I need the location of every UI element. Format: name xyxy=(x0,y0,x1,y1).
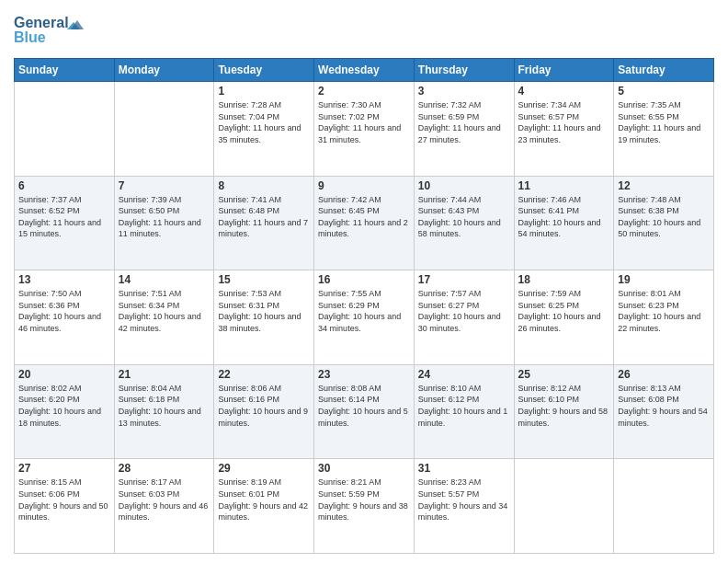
calendar-cell xyxy=(614,459,714,554)
calendar-cell: 3Sunrise: 7:32 AMSunset: 6:59 PMDaylight… xyxy=(414,82,514,177)
day-number: 20 xyxy=(18,368,110,381)
day-number: 26 xyxy=(618,368,710,381)
page: General Blue SundayMondayTuesdayWednesda… xyxy=(0,0,728,563)
svg-text:Blue: Blue xyxy=(14,29,46,45)
day-number: 11 xyxy=(518,179,610,192)
week-row-4: 27Sunrise: 8:15 AMSunset: 6:06 PMDayligh… xyxy=(15,459,714,554)
calendar-cell xyxy=(114,82,214,177)
calendar-cell: 1Sunrise: 7:28 AMSunset: 7:04 PMDaylight… xyxy=(214,82,314,177)
calendar-cell: 5Sunrise: 7:35 AMSunset: 6:55 PMDaylight… xyxy=(614,82,714,177)
calendar-cell: 27Sunrise: 8:15 AMSunset: 6:06 PMDayligh… xyxy=(15,459,115,554)
calendar-cell: 10Sunrise: 7:44 AMSunset: 6:43 PMDayligh… xyxy=(414,176,514,270)
day-number: 24 xyxy=(418,368,510,381)
cell-info: Sunrise: 7:51 AMSunset: 6:34 PMDaylight:… xyxy=(119,289,201,333)
day-number: 25 xyxy=(518,368,610,381)
day-number: 30 xyxy=(318,462,410,475)
day-number: 5 xyxy=(618,85,710,98)
day-number: 22 xyxy=(218,368,310,381)
cell-info: Sunrise: 7:37 AMSunset: 6:52 PMDaylight:… xyxy=(18,195,101,239)
cell-info: Sunrise: 7:28 AMSunset: 7:04 PMDaylight:… xyxy=(218,100,301,144)
calendar-cell: 23Sunrise: 8:08 AMSunset: 6:14 PMDayligh… xyxy=(314,364,415,459)
cell-info: Sunrise: 8:04 AMSunset: 6:18 PMDaylight:… xyxy=(119,384,201,428)
day-number: 12 xyxy=(618,179,710,192)
calendar-cell: 22Sunrise: 8:06 AMSunset: 6:16 PMDayligh… xyxy=(214,364,314,459)
logo: General Blue xyxy=(14,9,87,51)
cell-info: Sunrise: 7:35 AMSunset: 6:55 PMDaylight:… xyxy=(618,100,700,144)
cell-info: Sunrise: 8:19 AMSunset: 6:01 PMDaylight:… xyxy=(218,477,308,522)
calendar-cell: 7Sunrise: 7:39 AMSunset: 6:50 PMDaylight… xyxy=(114,176,214,270)
calendar-cell: 6Sunrise: 7:37 AMSunset: 6:52 PMDaylight… xyxy=(15,176,115,270)
cell-info: Sunrise: 7:46 AMSunset: 6:41 PMDaylight:… xyxy=(518,195,601,239)
cell-info: Sunrise: 7:30 AMSunset: 7:02 PMDaylight:… xyxy=(318,100,401,144)
day-number: 27 xyxy=(18,462,110,475)
calendar-cell: 9Sunrise: 7:42 AMSunset: 6:45 PMDaylight… xyxy=(314,176,415,270)
header: General Blue xyxy=(14,9,714,51)
weekday-header-tuesday: Tuesday xyxy=(214,59,314,82)
day-number: 28 xyxy=(119,462,210,475)
calendar-cell: 31Sunrise: 8:23 AMSunset: 5:57 PMDayligh… xyxy=(414,459,514,554)
week-row-3: 20Sunrise: 8:02 AMSunset: 6:20 PMDayligh… xyxy=(15,364,714,459)
day-number: 8 xyxy=(218,179,310,192)
cell-info: Sunrise: 7:39 AMSunset: 6:50 PMDaylight:… xyxy=(119,195,201,239)
cell-info: Sunrise: 7:48 AMSunset: 6:38 PMDaylight:… xyxy=(618,195,700,239)
weekday-header-monday: Monday xyxy=(114,59,214,82)
cell-info: Sunrise: 7:44 AMSunset: 6:43 PMDaylight:… xyxy=(418,195,501,239)
logo-icon: General Blue xyxy=(14,9,87,51)
day-number: 3 xyxy=(418,85,510,98)
day-number: 6 xyxy=(18,179,110,192)
cell-info: Sunrise: 8:21 AMSunset: 5:59 PMDaylight:… xyxy=(318,477,408,522)
calendar-cell: 19Sunrise: 8:01 AMSunset: 6:23 PMDayligh… xyxy=(614,270,714,365)
calendar-cell: 28Sunrise: 8:17 AMSunset: 6:03 PMDayligh… xyxy=(114,459,214,554)
day-number: 7 xyxy=(119,179,210,192)
calendar-cell: 14Sunrise: 7:51 AMSunset: 6:34 PMDayligh… xyxy=(114,270,214,365)
cell-info: Sunrise: 7:41 AMSunset: 6:48 PMDaylight:… xyxy=(218,195,308,239)
cell-info: Sunrise: 8:02 AMSunset: 6:20 PMDaylight:… xyxy=(18,384,101,428)
day-number: 18 xyxy=(518,273,610,286)
day-number: 9 xyxy=(318,179,410,192)
day-number: 14 xyxy=(119,273,210,286)
calendar-cell: 29Sunrise: 8:19 AMSunset: 6:01 PMDayligh… xyxy=(214,459,314,554)
cell-info: Sunrise: 8:06 AMSunset: 6:16 PMDaylight:… xyxy=(218,384,308,428)
cell-info: Sunrise: 7:50 AMSunset: 6:36 PMDaylight:… xyxy=(18,289,101,333)
week-row-1: 6Sunrise: 7:37 AMSunset: 6:52 PMDaylight… xyxy=(15,176,714,270)
calendar-cell: 30Sunrise: 8:21 AMSunset: 5:59 PMDayligh… xyxy=(314,459,415,554)
day-number: 29 xyxy=(218,462,310,475)
day-number: 2 xyxy=(318,85,410,98)
day-number: 16 xyxy=(318,273,410,286)
cell-info: Sunrise: 7:59 AMSunset: 6:25 PMDaylight:… xyxy=(518,289,601,333)
svg-text:General: General xyxy=(14,15,69,30)
day-number: 21 xyxy=(119,368,210,381)
day-number: 1 xyxy=(218,85,310,98)
weekday-header-saturday: Saturday xyxy=(614,59,714,82)
cell-info: Sunrise: 8:17 AMSunset: 6:03 PMDaylight:… xyxy=(119,477,209,522)
cell-info: Sunrise: 8:23 AMSunset: 5:57 PMDaylight:… xyxy=(418,477,508,522)
day-number: 15 xyxy=(218,273,310,286)
weekday-header-thursday: Thursday xyxy=(414,59,514,82)
calendar-cell: 25Sunrise: 8:12 AMSunset: 6:10 PMDayligh… xyxy=(514,364,614,459)
calendar-cell: 2Sunrise: 7:30 AMSunset: 7:02 PMDaylight… xyxy=(314,82,415,177)
cell-info: Sunrise: 7:34 AMSunset: 6:57 PMDaylight:… xyxy=(518,100,601,144)
day-number: 10 xyxy=(418,179,510,192)
day-number: 17 xyxy=(418,273,510,286)
calendar-cell: 12Sunrise: 7:48 AMSunset: 6:38 PMDayligh… xyxy=(614,176,714,270)
calendar-cell xyxy=(514,459,614,554)
weekday-header-row: SundayMondayTuesdayWednesdayThursdayFrid… xyxy=(15,59,714,82)
calendar-cell: 18Sunrise: 7:59 AMSunset: 6:25 PMDayligh… xyxy=(514,270,614,365)
day-number: 13 xyxy=(18,273,110,286)
cell-info: Sunrise: 7:55 AMSunset: 6:29 PMDaylight:… xyxy=(318,289,401,333)
cell-info: Sunrise: 8:08 AMSunset: 6:14 PMDaylight:… xyxy=(318,384,408,428)
cell-info: Sunrise: 7:32 AMSunset: 6:59 PMDaylight:… xyxy=(418,100,501,144)
weekday-header-friday: Friday xyxy=(514,59,614,82)
cell-info: Sunrise: 7:42 AMSunset: 6:45 PMDaylight:… xyxy=(318,195,408,239)
calendar-cell: 24Sunrise: 8:10 AMSunset: 6:12 PMDayligh… xyxy=(414,364,514,459)
cell-info: Sunrise: 8:15 AMSunset: 6:06 PMDaylight:… xyxy=(18,477,108,522)
cell-info: Sunrise: 8:01 AMSunset: 6:23 PMDaylight:… xyxy=(618,289,700,333)
calendar-table: SundayMondayTuesdayWednesdayThursdayFrid… xyxy=(14,58,714,554)
cell-info: Sunrise: 8:10 AMSunset: 6:12 PMDaylight:… xyxy=(418,384,508,428)
weekday-header-sunday: Sunday xyxy=(15,59,115,82)
day-number: 19 xyxy=(618,273,710,286)
cell-info: Sunrise: 7:53 AMSunset: 6:31 PMDaylight:… xyxy=(218,289,301,333)
calendar-cell: 15Sunrise: 7:53 AMSunset: 6:31 PMDayligh… xyxy=(214,270,314,365)
day-number: 31 xyxy=(418,462,510,475)
calendar-cell: 20Sunrise: 8:02 AMSunset: 6:20 PMDayligh… xyxy=(15,364,115,459)
